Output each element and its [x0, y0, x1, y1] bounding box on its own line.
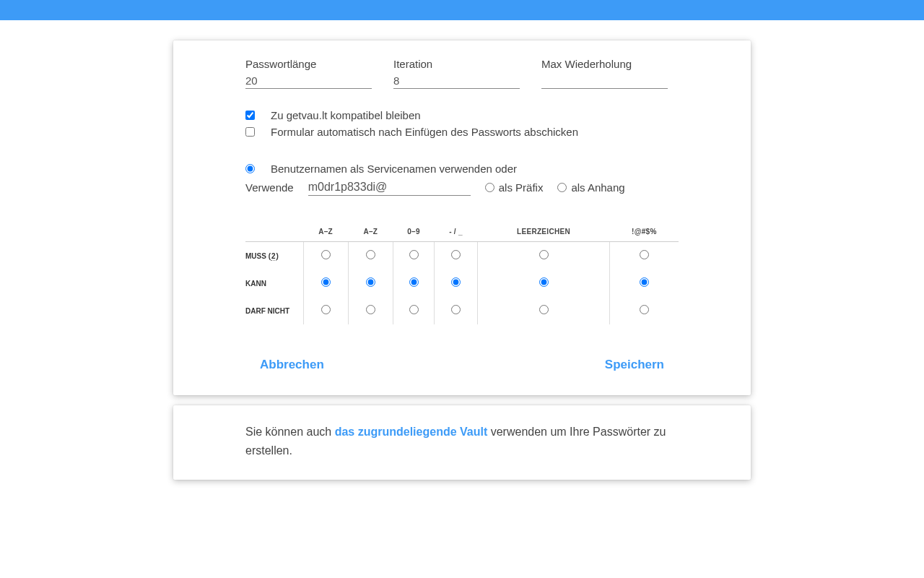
cancel-button[interactable]: Abbrechen: [260, 353, 324, 376]
radio-mustnot-az[interactable]: [321, 305, 331, 314]
footer-card: Sie können auch das zugrundeliegende Vau…: [173, 405, 751, 480]
field-pwlen: Passwortlänge: [245, 58, 372, 89]
pwlen-input[interactable]: [245, 73, 372, 89]
header-bar: [0, 0, 924, 20]
radio-may-AZ[interactable]: [366, 277, 375, 287]
must-count[interactable]: 2: [271, 252, 276, 261]
autosubmit-label: Formular automatisch nach Einfügen des P…: [271, 126, 578, 138]
radio-must-space[interactable]: [539, 250, 549, 259]
autosubmit-checkbox[interactable]: [245, 127, 255, 137]
field-iteration: Iteration: [393, 58, 520, 89]
radio-may-az[interactable]: [321, 277, 331, 287]
radio-may-sym[interactable]: [640, 277, 649, 287]
settings-card: Passwortlänge Iteration Max Wiederholung…: [173, 40, 751, 395]
radio-must-dash[interactable]: [451, 250, 461, 259]
iter-label: Iteration: [393, 58, 520, 70]
suffix-radio[interactable]: [557, 183, 567, 192]
use-username-radio[interactable]: [245, 164, 255, 173]
radio-mustnot-AZ[interactable]: [366, 305, 375, 314]
row-mustnot: DARF NICHT: [245, 297, 679, 324]
col-az: a–z: [303, 222, 348, 242]
compatible-checkbox[interactable]: [245, 111, 255, 120]
autosubmit-row: Formular automatisch nach Einfügen des P…: [245, 126, 679, 138]
use-username-label: Benutzernamen als Servicenamen verwenden…: [271, 163, 517, 175]
radio-must-sym[interactable]: [640, 250, 649, 259]
radio-may-space[interactable]: [539, 277, 549, 287]
prefix-radio[interactable]: [485, 183, 494, 192]
verwende-row: Verwende als Präfix als Anhang: [245, 179, 679, 196]
prefix-option[interactable]: als Präfix: [485, 181, 544, 194]
radio-mustnot-sym[interactable]: [640, 305, 649, 314]
iter-input[interactable]: [393, 73, 520, 89]
col-space: LEERZEICHEN: [477, 222, 609, 242]
save-button[interactable]: Speichern: [605, 353, 664, 376]
field-maxrep: Max Wiederholung: [541, 58, 668, 89]
prefix-label: als Präfix: [499, 181, 544, 194]
mustnot-label: DARF NICHT: [245, 297, 303, 324]
col-09: 0–9: [393, 222, 434, 242]
radio-must-az[interactable]: [321, 250, 331, 259]
verwende-input[interactable]: [308, 179, 471, 196]
maxrep-label: Max Wiederholung: [541, 58, 668, 70]
may-label: KANN: [245, 269, 303, 297]
compatible-row: Zu getvau.lt kompatibel bleiben: [245, 109, 679, 121]
suffix-label: als Anhang: [571, 181, 624, 194]
row-must: MUSS (2): [245, 242, 679, 270]
must-label-cell: MUSS (2): [245, 242, 303, 270]
footer-text-before: Sie können auch: [245, 426, 335, 438]
radio-must-09[interactable]: [409, 250, 419, 259]
radio-mustnot-09[interactable]: [409, 305, 419, 314]
col-AZ: A–Z: [348, 222, 393, 242]
vault-link[interactable]: das zugrundeliegende Vault: [335, 426, 488, 438]
verwende-label: Verwende: [245, 181, 294, 194]
compatible-label: Zu getvau.lt kompatibel bleiben: [271, 109, 421, 121]
pwlen-label: Passwortlänge: [245, 58, 372, 70]
actions-row: Abbrechen Speichern: [173, 353, 751, 395]
use-username-row: Benutzernamen als Servicenamen verwenden…: [245, 163, 679, 175]
maxrep-input[interactable]: [541, 73, 668, 89]
char-table: a–z A–Z 0–9 - / _ LEERZEICHEN !@#$% MUSS…: [245, 222, 679, 324]
col-dash: - / _: [435, 222, 478, 242]
radio-must-AZ[interactable]: [366, 250, 375, 259]
radio-may-dash[interactable]: [451, 277, 461, 287]
suffix-option[interactable]: als Anhang: [557, 181, 624, 194]
radio-mustnot-dash[interactable]: [451, 305, 461, 314]
row-may: KANN: [245, 269, 679, 297]
radio-mustnot-space[interactable]: [539, 305, 549, 314]
radio-may-09[interactable]: [409, 277, 419, 287]
col-sym: !@#$%: [610, 222, 679, 242]
must-label: MUSS: [245, 252, 266, 260]
fields-row: Passwortlänge Iteration Max Wiederholung: [245, 58, 679, 89]
